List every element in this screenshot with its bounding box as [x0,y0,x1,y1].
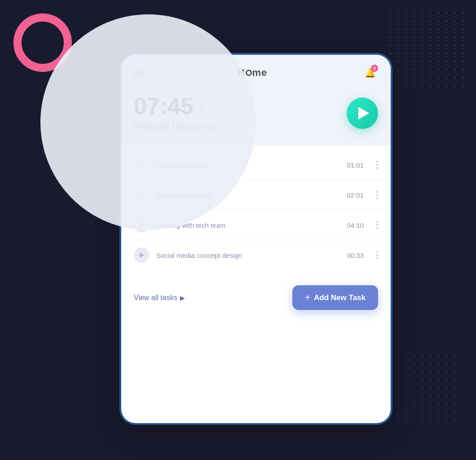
notification-badge: 2 [371,65,378,72]
dots-decoration-bottom-right [386,352,458,424]
view-all-label: View all tasks [134,294,177,302]
task-more-button-1[interactable] [376,191,378,199]
task-duration-1: 02:01 [347,191,364,199]
card-footer: View all tasks ▶ + Add New Task [121,274,391,324]
task-more-button-2[interactable] [376,221,378,229]
task-more-button-0[interactable] [376,161,378,169]
task-duration-3: 00:33 [347,252,364,259]
main-play-button[interactable] [347,97,378,129]
dots-decoration-top-right [386,9,467,90]
arrow-icon: ▶ [180,294,185,301]
add-new-task-button[interactable]: + Add New Task [292,285,378,310]
plus-icon: + [305,292,310,303]
play-icon [358,107,369,119]
add-task-label: Add New Task [314,293,366,302]
play-icon [140,252,144,258]
logo-circle-icon [246,70,252,76]
view-all-tasks-link[interactable]: View all tasks ▶ [134,294,185,302]
task-duration-0: 01:01 [347,161,364,169]
notification-button[interactable]: 🔔 2 [362,65,378,81]
task-name-3: Social media concept design [156,252,339,259]
large-bg-circle [40,14,256,230]
task-play-button-3[interactable] [134,248,149,263]
task-duration-2: 04:10 [347,221,364,229]
device-wrapper: Hme 🔔 2 07:45 ↻ Website Designing [85,37,391,423]
task-item: Social media concept design 00:33 [121,240,391,270]
task-more-button-3[interactable] [376,251,378,259]
